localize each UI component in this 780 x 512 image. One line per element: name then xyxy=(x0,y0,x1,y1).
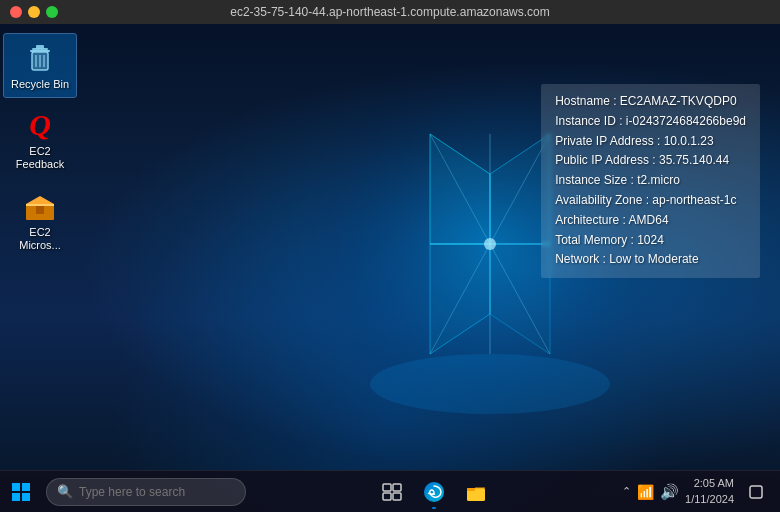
window-title: ec2-35-75-140-44.ap-northeast-1.compute.… xyxy=(230,5,550,19)
svg-rect-23 xyxy=(22,483,30,491)
info-architecture: Architecture : AMD64 xyxy=(555,211,746,231)
desktop-icon-area: Recycle Bin Q EC2 Feedback EC2 Micros... xyxy=(0,34,80,262)
recycle-bin-label: Recycle Bin xyxy=(11,78,69,91)
file-explorer-button[interactable] xyxy=(457,473,495,511)
taskbar-apps xyxy=(246,473,622,511)
svg-rect-22 xyxy=(12,483,20,491)
ec2-micros-label: EC2 Micros... xyxy=(8,226,72,252)
ec2-micros-icon[interactable]: EC2 Micros... xyxy=(4,182,76,258)
windows-desktop: Recycle Bin Q EC2 Feedback EC2 Micros...… xyxy=(0,24,780,512)
svg-rect-25 xyxy=(22,493,30,501)
recycle-bin-icon[interactable]: Recycle Bin xyxy=(4,34,76,97)
taskbar: 🔍 xyxy=(0,470,780,512)
ec2-micros-image xyxy=(22,188,58,224)
info-total-memory: Total Memory : 1024 xyxy=(555,231,746,251)
network-icon[interactable]: 📶 xyxy=(637,484,654,500)
notification-center-button[interactable] xyxy=(740,476,772,508)
info-availability-zone: Availability Zone : ap-northeast-1c xyxy=(555,191,746,211)
start-icon xyxy=(11,482,31,502)
info-private-ip: Private IP Address : 10.0.1.23 xyxy=(555,132,746,152)
volume-icon[interactable]: 🔊 xyxy=(660,483,679,501)
svg-rect-28 xyxy=(383,493,391,500)
clock-time: 2:05 AM xyxy=(694,476,734,491)
file-explorer-icon xyxy=(465,481,487,503)
mac-titlebar: ec2-35-75-140-44.ap-northeast-1.compute.… xyxy=(0,0,780,24)
recycle-bin-image xyxy=(22,40,58,76)
tray-chevron-icon[interactable]: ⌃ xyxy=(622,485,631,498)
ec2-feedback-image: Q xyxy=(22,107,58,143)
clock-date: 1/11/2024 xyxy=(685,492,734,507)
mac-maximize-button[interactable] xyxy=(46,6,58,18)
search-icon: 🔍 xyxy=(57,484,73,499)
mac-window-controls[interactable] xyxy=(10,6,58,18)
svg-rect-33 xyxy=(750,486,762,498)
system-clock[interactable]: 2:05 AM 1/11/2024 xyxy=(685,476,734,507)
info-network: Network : Low to Moderate xyxy=(555,250,746,270)
info-hostname: Hostname : EC2AMAZ-TKVQDP0 xyxy=(555,92,746,112)
svg-rect-26 xyxy=(383,484,391,491)
info-public-ip: Public IP Address : 35.75.140.44 xyxy=(555,151,746,171)
svg-rect-27 xyxy=(393,484,401,491)
task-view-icon xyxy=(382,483,402,501)
edge-icon xyxy=(423,481,445,503)
svg-marker-19 xyxy=(26,196,54,204)
taskbar-right: ⌃ 📶 🔊 2:05 AM 1/11/2024 xyxy=(622,476,780,508)
notification-icon xyxy=(748,484,764,500)
svg-rect-24 xyxy=(12,493,20,501)
task-view-button[interactable] xyxy=(373,473,411,511)
taskbar-search-box[interactable]: 🔍 xyxy=(46,478,246,506)
svg-rect-12 xyxy=(36,45,44,49)
search-input[interactable] xyxy=(79,485,235,499)
svg-rect-29 xyxy=(393,493,401,500)
info-instance-size: Instance Size : t2.micro xyxy=(555,171,746,191)
svg-rect-21 xyxy=(26,204,54,206)
instance-info-panel: Hostname : EC2AMAZ-TKVQDP0 Instance ID :… xyxy=(541,84,760,278)
system-tray-icons: ⌃ 📶 🔊 xyxy=(622,483,679,501)
start-button[interactable] xyxy=(0,471,42,513)
svg-rect-32 xyxy=(467,488,475,491)
ec2-feedback-label: EC2 Feedback xyxy=(8,145,72,171)
mac-minimize-button[interactable] xyxy=(28,6,40,18)
mac-close-button[interactable] xyxy=(10,6,22,18)
edge-button[interactable] xyxy=(415,473,453,511)
ec2-feedback-icon[interactable]: Q EC2 Feedback xyxy=(4,101,76,177)
info-instance-id: Instance ID : i-0243724684266be9d xyxy=(555,112,746,132)
